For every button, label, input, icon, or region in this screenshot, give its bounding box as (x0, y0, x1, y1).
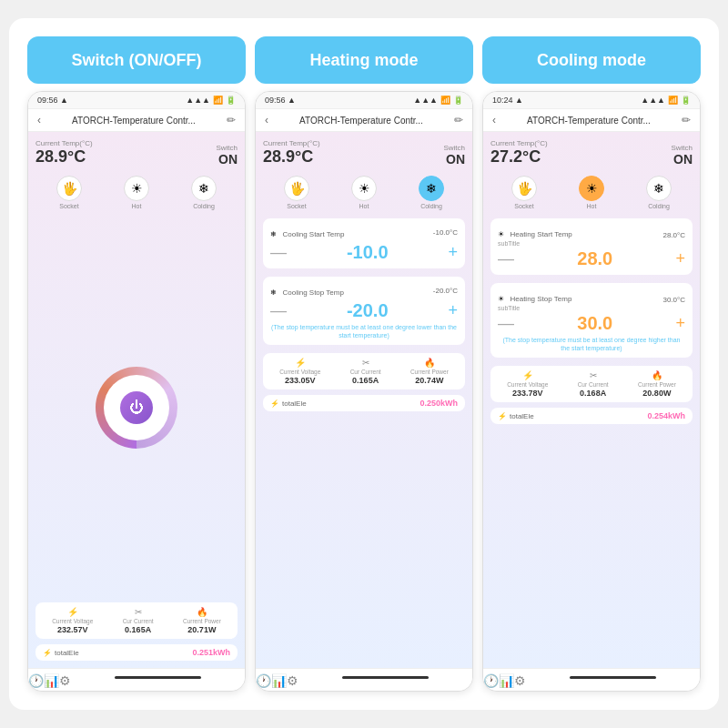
mode-icon-circle: ☀ (579, 176, 604, 201)
temp-control-right-value: -20.0°C (433, 287, 458, 295)
switch-section: Switch ON (216, 144, 238, 167)
power-circle-area: ⏻ (35, 218, 238, 597)
stat-label: Current Power (638, 381, 676, 388)
temp-warning-text: (The stop temperature must be at least o… (498, 336, 685, 352)
panel-header-switch: Switch (ON/OFF) (27, 36, 246, 84)
mode-icon-colding[interactable]: ❄ Colding (419, 176, 444, 209)
mode-icon-circle: 🖐 (511, 176, 537, 201)
back-arrow[interactable]: ‹ (265, 114, 268, 126)
mode-icons-row: 🖐 Socket ☀ Hot ❄ Colding (490, 172, 693, 213)
mode-icon-label: Hot (132, 203, 142, 209)
stat-item-1: ✂ Cur Current 0.165A (123, 607, 154, 634)
temp-minus-button[interactable]: — (498, 249, 514, 268)
mode-icons-row: 🖐 Socket ☀ Hot ❄ Colding (35, 172, 238, 213)
mode-icon-socket[interactable]: 🖐 Socket (284, 176, 309, 209)
mode-icon-circle: ☀ (351, 176, 377, 201)
nav-bar: ‹ATORCH-Temperature Contr...✏ (28, 109, 245, 132)
temp-plus-button[interactable]: + (448, 301, 458, 320)
temp-label: Current Temp(°C) (490, 139, 548, 147)
mode-icon-socket[interactable]: 🖐 Socket (511, 176, 537, 209)
nav-chart-icon[interactable]: 📊 (271, 673, 287, 688)
panels-row: Switch (ON/OFF)09:56 ▲▲▲▲📶🔋‹ATORCH-Tempe… (27, 36, 701, 692)
nav-title: ATORCH-Temperature Contr... (299, 116, 423, 126)
total-ele-row: ⚡ totalEle 0.251kWh (35, 644, 238, 661)
mode-icon-colding[interactable]: ❄ Colding (191, 176, 217, 209)
bottom-nav-bar-line (570, 676, 656, 679)
temp-plus-button[interactable]: + (448, 243, 458, 262)
mode-icon-label: Colding (193, 203, 215, 209)
nav-gear-icon[interactable]: ⚙ (287, 673, 298, 688)
stat-label: Cur Current (123, 618, 154, 624)
mode-icon-colding[interactable]: ❄ Colding (646, 176, 672, 209)
temp-minus-button[interactable]: — (270, 301, 287, 320)
nav-clock-icon[interactable]: 🕐 (28, 673, 44, 688)
total-ele-left: ⚡ totalEle (43, 649, 79, 657)
phone-frame-switch: 09:56 ▲▲▲▲📶🔋‹ATORCH-Temperature Contr...… (27, 91, 246, 692)
phone-bottom-nav: 🕐 📊 ⚙ (256, 668, 472, 691)
stat-label: Cur Current (578, 381, 609, 388)
mode-icon-hot[interactable]: ☀ Hot (351, 176, 377, 209)
mode-icon-hot[interactable]: ☀ Hot (579, 176, 604, 209)
lightning-icon: ⚡ (43, 649, 52, 657)
total-ele-value: 0.251kWh (192, 648, 230, 657)
temp-value: 28.9°C (35, 147, 93, 167)
mode-icon-circle: ❄ (646, 176, 672, 201)
stat-label: Current Power (183, 618, 221, 624)
stat-icon: ✂ (590, 370, 597, 380)
back-arrow[interactable]: ‹ (492, 114, 496, 126)
temp-switch-row: Current Temp(°C) 28.9°C Switch ON (35, 139, 238, 167)
status-time: 09:56 ▲ (265, 96, 296, 105)
stat-value: 233.78V (512, 389, 543, 398)
mode-icons-row: 🖐 Socket ☀ Hot ❄ Colding (263, 172, 465, 213)
phone-frame-cooling: 10:24 ▲▲▲▲📶🔋‹ATORCH-Temperature Contr...… (482, 91, 701, 692)
phone-content: Current Temp(°C) 28.9°C Switch ON 🖐 Sock… (256, 132, 472, 668)
stat-icon: 🔥 (652, 370, 662, 380)
mode-icon-socket[interactable]: 🖐 Socket (56, 176, 82, 209)
temp-minus-button[interactable]: — (498, 314, 514, 333)
back-arrow[interactable]: ‹ (37, 114, 41, 126)
temp-control-right-value: 30.0°C (662, 296, 685, 304)
switch-label: Switch (216, 144, 238, 152)
temp-control-section-0: ❄ Cooling Start Temp -10.0°C — -10.0 + (263, 218, 465, 268)
temp-control-icon: ☀ (498, 230, 504, 238)
stat-item-2: 🔥 Current Power 20.80W (638, 370, 676, 398)
temp-label: Current Temp(°C) (263, 139, 320, 147)
temp-control-label: Cooling Start Temp (282, 230, 344, 238)
stat-item-0: ⚡ Current Voltage 232.57V (52, 607, 93, 634)
power-button-icon[interactable]: ⏻ (120, 391, 153, 424)
edit-icon[interactable]: ✏ (682, 114, 691, 126)
signal-icon: ▲▲▲ (641, 96, 665, 105)
nav-chart-icon[interactable]: 📊 (499, 673, 514, 688)
stat-value: 0.165A (352, 376, 379, 385)
phone-bottom-nav: 🕐 📊 ⚙ (28, 668, 245, 691)
edit-icon[interactable]: ✏ (454, 114, 463, 126)
phone-content: Current Temp(°C) 27.2°C Switch ON 🖐 Sock… (483, 132, 700, 668)
mode-icon-hot[interactable]: ☀ Hot (124, 176, 149, 209)
switch-value: ON (671, 152, 693, 167)
temp-control-section-1: ❄ Cooling Stop Temp -20.0°C — -20.0 + (T… (263, 277, 465, 345)
temp-control-row: — 30.0 + (498, 313, 685, 334)
nav-gear-icon[interactable]: ⚙ (514, 673, 526, 688)
nav-clock-icon[interactable]: 🕐 (483, 673, 499, 688)
stat-icon: ⚡ (67, 607, 78, 617)
edit-icon[interactable]: ✏ (227, 114, 236, 126)
nav-gear-icon[interactable]: ⚙ (59, 673, 71, 688)
power-ring[interactable]: ⏻ (96, 367, 177, 449)
bottom-stats: ⚡ Current Voltage 233.05V ✂ Cur Current … (263, 353, 465, 389)
temp-control-row: — -20.0 + (270, 300, 458, 321)
nav-bar: ‹ATORCH-Temperature Contr...✏ (483, 109, 700, 132)
nav-chart-icon[interactable]: 📊 (44, 673, 59, 688)
temp-control-label-group: ❄ Cooling Start Temp (270, 224, 344, 240)
nav-clock-icon[interactable]: 🕐 (256, 673, 271, 688)
stat-icon: 🔥 (197, 607, 207, 617)
temp-plus-button[interactable]: + (675, 249, 685, 268)
temp-control-section-0: ☀ Heating Start Temp subTitle 28.0°C — 2… (490, 218, 693, 275)
temp-plus-button[interactable]: + (675, 314, 685, 333)
switch-section: Switch ON (443, 144, 465, 167)
mode-icon-circle: ❄ (191, 176, 217, 201)
panel-header-cooling: Cooling mode (482, 36, 701, 84)
stat-label: Current Power (410, 369, 449, 375)
temp-minus-button[interactable]: — (270, 243, 287, 262)
temp-control-label-group: ☀ Heating Stop Temp subTitle (498, 288, 571, 311)
temp-control-icon: ❄ (270, 288, 277, 297)
